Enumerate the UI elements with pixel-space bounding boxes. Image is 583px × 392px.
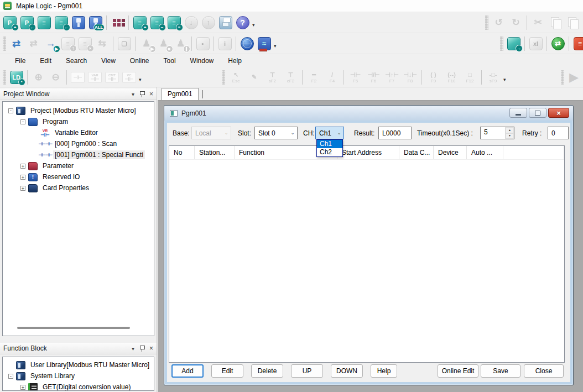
paste-icon[interactable] xyxy=(564,14,581,32)
f6-closed-contact-tool-icon[interactable]: ⊣/⊢F6 xyxy=(365,69,383,86)
expand-icon[interactable]: + xyxy=(20,164,25,169)
upload-icon[interactable]: ↑ xyxy=(200,14,217,32)
cut-icon[interactable]: ✂ xyxy=(529,14,546,32)
expand-icon[interactable]: + xyxy=(20,385,25,390)
tree-item[interactable]: +Card Properties xyxy=(3,182,154,194)
menu-edit[interactable]: Edit xyxy=(33,54,59,67)
column-header[interactable]: No xyxy=(169,146,195,159)
menu-file[interactable]: File xyxy=(8,54,33,67)
import-document-icon[interactable]: ≡← xyxy=(53,14,70,32)
tree-item[interactable]: +GET(Digital conversion value) xyxy=(3,381,154,391)
up-button[interactable]: UP xyxy=(291,364,323,378)
retry-input[interactable] xyxy=(548,127,569,139)
esc-tool-icon[interactable]: ↖Esc xyxy=(227,69,245,86)
ch-select[interactable]: Ch1⌄ xyxy=(315,127,344,139)
run-mode-icon[interactable]: ♟▶ xyxy=(138,35,155,53)
child-window-titlebar[interactable]: Pgm001 × xyxy=(164,106,573,121)
tiles-icon[interactable] xyxy=(109,14,126,32)
f7-rising-contact-tool-icon[interactable]: ⊣↑⊢F7 xyxy=(383,69,401,86)
horizontal-scrollbar[interactable] xyxy=(17,327,130,329)
redo-icon[interactable]: ↻ xyxy=(507,14,524,32)
menu-tool[interactable]: Tool xyxy=(157,54,183,67)
delete-program-icon[interactable]: ≡× xyxy=(76,35,93,53)
vc-window-icon[interactable]: VC⊣⊢ xyxy=(121,69,138,86)
cmt-window-icon[interactable]: CMT⊣⊢ xyxy=(103,69,121,86)
download-icon[interactable]: ↓ xyxy=(183,14,200,32)
restore-button[interactable] xyxy=(529,108,546,118)
run-program-icon[interactable]: ▶ xyxy=(566,70,582,85)
f9-coil-tool-icon[interactable]: ( )F9 xyxy=(424,69,443,86)
compare-icon[interactable]: ⇆ xyxy=(93,35,111,53)
edit-button[interactable]: Edit xyxy=(211,364,243,378)
lock-card-icon[interactable]: ▪ xyxy=(194,35,211,53)
toolbar-grip[interactable] xyxy=(3,70,6,85)
save-all-icon[interactable]: ALL xyxy=(87,14,104,32)
pause-mode-icon[interactable]: ♟∥ xyxy=(172,35,189,53)
toolbar-overflow-icon[interactable]: ▾ xyxy=(251,18,257,28)
toolbar-overflow-icon[interactable]: ▾ xyxy=(273,39,279,49)
add-item-icon[interactable]: ≡+ xyxy=(131,14,148,32)
column-header[interactable]: Station... xyxy=(195,146,235,159)
menu-window[interactable]: Window xyxy=(183,54,221,67)
trend-monitor-icon[interactable]: ≈ xyxy=(256,35,273,53)
edit-tool-icon[interactable]: ✎ xyxy=(245,69,263,86)
tree-item[interactable]: [001] Pgm001 : Special Functi xyxy=(3,149,154,160)
expand-icon[interactable]: + xyxy=(20,186,25,191)
collapse-icon[interactable]: - xyxy=(20,119,25,124)
f12-block-tool-icon[interactable]: □F12 xyxy=(461,69,479,86)
f5-contact-tool-icon[interactable]: ⊣⊢F5 xyxy=(346,69,365,86)
new-project-icon[interactable]: P+ xyxy=(1,14,18,32)
tree-item[interactable]: +Parameter xyxy=(3,160,154,171)
spin-up-icon[interactable]: ▲ xyxy=(506,127,514,133)
disconnect-icon[interactable]: ⇄ xyxy=(25,35,42,53)
f8-falling-contact-tool-icon[interactable]: ⊣↓⊢F8 xyxy=(401,69,419,86)
tree-item[interactable]: -Program xyxy=(3,116,154,127)
tab-pgm001[interactable]: Pgm001 xyxy=(162,88,199,100)
tree-item[interactable]: -System Library xyxy=(3,370,154,381)
tree-item[interactable]: User Library[Modbus RTU Master Micro] xyxy=(3,359,154,370)
column-header[interactable] xyxy=(503,146,564,159)
command-table[interactable]: NoStation...FunctionStart AddressData C.… xyxy=(169,145,565,363)
panel-menu-icon[interactable]: ▾ xyxy=(132,346,134,352)
dropdown-option[interactable]: Ch1 xyxy=(317,140,342,148)
f2-line-tool-icon[interactable]: ━F2 xyxy=(305,69,323,86)
toolbar-grip[interactable] xyxy=(500,36,503,51)
toolbar-grip[interactable] xyxy=(561,70,564,85)
toolbar-overflow-icon[interactable]: ▾ xyxy=(138,72,144,82)
column-header[interactable]: Start Address xyxy=(337,146,399,159)
toolbar-grip[interactable] xyxy=(485,15,488,30)
toolbar-overflow-icon[interactable]: ▾ xyxy=(502,72,508,82)
device-list-icon[interactable]: ≡ xyxy=(571,35,583,53)
write-run-icon[interactable]: →▶ xyxy=(42,35,59,53)
save-button[interactable]: Save xyxy=(481,364,520,378)
undo-icon[interactable]: ↺ xyxy=(490,14,507,32)
spin-down-icon[interactable]: ▼ xyxy=(506,133,514,139)
copy-icon[interactable] xyxy=(546,14,564,32)
add-button[interactable]: Add xyxy=(171,364,204,378)
web-icon[interactable] xyxy=(238,35,256,53)
collapse-icon[interactable]: - xyxy=(8,108,13,113)
column-header[interactable]: Device xyxy=(434,146,467,159)
remove-item-icon[interactable]: ≡− xyxy=(148,14,165,32)
item-list-icon[interactable]: ≡≡ xyxy=(165,14,183,32)
monitor-icon[interactable]: ▢ xyxy=(116,35,133,53)
ld-settings-icon[interactable]: LD* xyxy=(8,69,25,86)
tree-item[interactable]: -Project [Modbus RTU Master Micro] xyxy=(3,105,154,116)
close-panel-icon[interactable]: × xyxy=(149,344,153,352)
excel-convert-icon[interactable]: xl xyxy=(527,35,544,53)
close-button[interactable]: × xyxy=(548,108,569,118)
print-icon[interactable] xyxy=(217,14,234,32)
menu-help[interactable]: Help xyxy=(221,54,249,67)
f10-coil-tool-icon[interactable]: (--)F10 xyxy=(443,69,461,86)
help-icon[interactable]: ? xyxy=(234,14,251,32)
menu-search[interactable]: Search xyxy=(59,54,94,67)
upload-program-icon[interactable]: ≡↑ xyxy=(59,35,76,53)
expand-icon[interactable]: + xyxy=(20,175,25,180)
tree-item[interactable]: [000] Pgm000 : Scan xyxy=(3,138,154,149)
menu-online[interactable]: Online xyxy=(123,54,157,67)
result-input[interactable] xyxy=(378,127,412,139)
card-info-icon[interactable]: i xyxy=(216,35,233,53)
close-panel-icon[interactable]: × xyxy=(149,90,153,98)
contact-window-icon[interactable]: ⊣⊢ xyxy=(69,69,86,86)
pin-icon[interactable] xyxy=(139,345,144,352)
